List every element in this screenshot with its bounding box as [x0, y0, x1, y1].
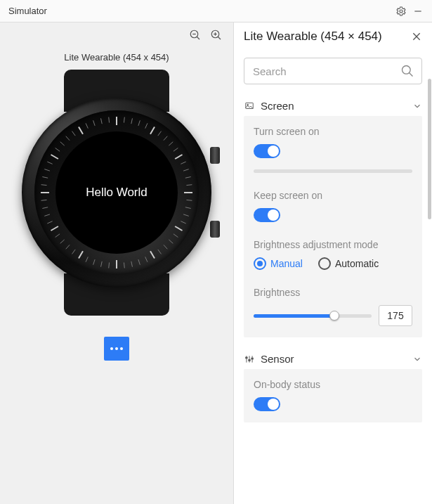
svg-line-40 — [109, 262, 110, 268]
svg-line-6 — [218, 37, 221, 39]
image-icon — [244, 101, 255, 111]
svg-line-23 — [186, 185, 192, 186]
svg-point-71 — [402, 66, 411, 75]
onbody-status-toggle[interactable] — [254, 397, 280, 411]
svg-line-65 — [86, 123, 88, 128]
section-sensor-body: On-body status — [244, 369, 422, 422]
svg-line-36 — [138, 259, 140, 265]
simulator-viewport: Lite Wearable (454 x 454) Hello World — [0, 22, 234, 504]
watch-crown-bottom[interactable] — [210, 221, 220, 238]
svg-rect-78 — [249, 359, 250, 361]
svg-line-16 — [164, 136, 167, 141]
brightness-slider[interactable] — [254, 314, 372, 318]
watch-crown-top[interactable] — [210, 147, 220, 164]
svg-line-67 — [101, 118, 103, 124]
svg-line-56 — [42, 177, 48, 179]
svg-line-28 — [181, 221, 185, 224]
svg-line-63 — [72, 131, 76, 136]
sliders-icon — [244, 354, 255, 364]
svg-line-31 — [169, 240, 173, 243]
window-minimize-icon[interactable] — [410, 3, 426, 20]
keep-screen-on-label: Keep screen on — [254, 190, 412, 201]
svg-line-52 — [42, 207, 48, 209]
title-bar: Simulator — [0, 0, 432, 22]
more-actions-button[interactable] — [104, 337, 129, 361]
app-title: Simulator — [8, 6, 393, 16]
svg-line-42 — [93, 259, 95, 265]
svg-line-61 — [60, 142, 65, 146]
svg-line-34 — [150, 251, 155, 258]
svg-line-30 — [174, 234, 178, 238]
svg-line-45 — [72, 250, 76, 254]
brightness-mode-manual-label: Manual — [270, 258, 303, 269]
svg-line-53 — [41, 200, 47, 200]
settings-gear-icon[interactable] — [393, 3, 410, 20]
onbody-status-label: On-body status — [254, 379, 412, 390]
watch-screen[interactable]: Hello World — [55, 131, 178, 254]
brightness-mode-manual[interactable]: Manual — [254, 257, 303, 270]
svg-line-64 — [79, 127, 83, 134]
svg-line-38 — [124, 262, 124, 268]
section-sensor-label: Sensor — [261, 353, 407, 365]
svg-line-22 — [185, 177, 191, 179]
svg-line-26 — [185, 207, 191, 209]
svg-line-14 — [150, 127, 155, 134]
brightness-label: Brightness — [254, 287, 412, 298]
svg-line-25 — [186, 200, 192, 200]
svg-line-66 — [93, 120, 95, 126]
section-sensor-header[interactable]: Sensor — [244, 353, 422, 365]
zoom-in-icon[interactable] — [209, 28, 223, 42]
svg-line-68 — [109, 117, 110, 123]
svg-line-44 — [79, 251, 83, 258]
svg-line-47 — [60, 240, 65, 243]
svg-line-27 — [183, 214, 189, 216]
device-label: Lite Wearable (454 x 454) — [0, 52, 233, 63]
search-input-wrap[interactable] — [244, 58, 422, 84]
svg-rect-76 — [246, 357, 247, 358]
svg-line-10 — [124, 117, 124, 123]
svg-line-32 — [164, 245, 167, 249]
svg-line-50 — [47, 221, 52, 224]
svg-point-0 — [400, 10, 402, 13]
svg-line-37 — [131, 261, 133, 267]
svg-line-41 — [101, 261, 103, 267]
svg-line-57 — [44, 169, 50, 171]
brightness-mode-radio-group: Manual Automatic — [254, 257, 412, 270]
svg-line-11 — [131, 118, 133, 124]
section-screen-header[interactable]: Screen — [244, 100, 422, 112]
svg-line-19 — [175, 155, 182, 159]
svg-line-62 — [66, 136, 70, 141]
search-icon — [400, 64, 414, 78]
properties-panel: Lite Wearable (454 × 454) Screen — [234, 22, 432, 504]
brightness-mode-automatic-label: Automatic — [335, 258, 379, 269]
svg-line-20 — [181, 162, 185, 164]
svg-line-29 — [175, 226, 182, 231]
svg-line-35 — [145, 257, 148, 261]
brightness-value-input[interactable]: 175 — [379, 305, 412, 326]
section-screen-body: Turn screen on Keep screen on Brightness… — [244, 116, 422, 337]
turn-screen-on-slider[interactable] — [254, 169, 412, 173]
main-area: Lite Wearable (454 x 454) Hello World — [0, 22, 432, 504]
search-input[interactable] — [251, 65, 400, 78]
chevron-down-icon — [412, 354, 422, 364]
svg-line-15 — [158, 131, 162, 136]
turn-screen-on-label: Turn screen on — [254, 126, 412, 137]
svg-line-33 — [158, 250, 162, 254]
turn-screen-on-toggle[interactable] — [254, 144, 280, 158]
svg-line-59 — [51, 155, 58, 159]
svg-line-3 — [197, 37, 199, 39]
svg-line-13 — [145, 123, 148, 128]
panel-scroll[interactable]: Screen Turn screen on Keep screen on Bri… — [234, 51, 432, 504]
brightness-mode-automatic[interactable]: Automatic — [318, 257, 379, 270]
svg-line-58 — [47, 162, 52, 164]
keep-screen-on-toggle[interactable] — [254, 208, 280, 222]
svg-line-48 — [55, 234, 60, 238]
panel-header: Lite Wearable (454 × 454) — [234, 22, 432, 51]
zoom-out-icon[interactable] — [188, 28, 202, 42]
close-panel-icon[interactable] — [411, 31, 422, 42]
more-icon — [110, 347, 123, 350]
watch-device: Hello World — [0, 70, 233, 316]
svg-line-49 — [51, 226, 58, 231]
svg-line-43 — [86, 257, 88, 261]
brightness-mode-label: Brightness adjustment mode — [254, 239, 412, 250]
